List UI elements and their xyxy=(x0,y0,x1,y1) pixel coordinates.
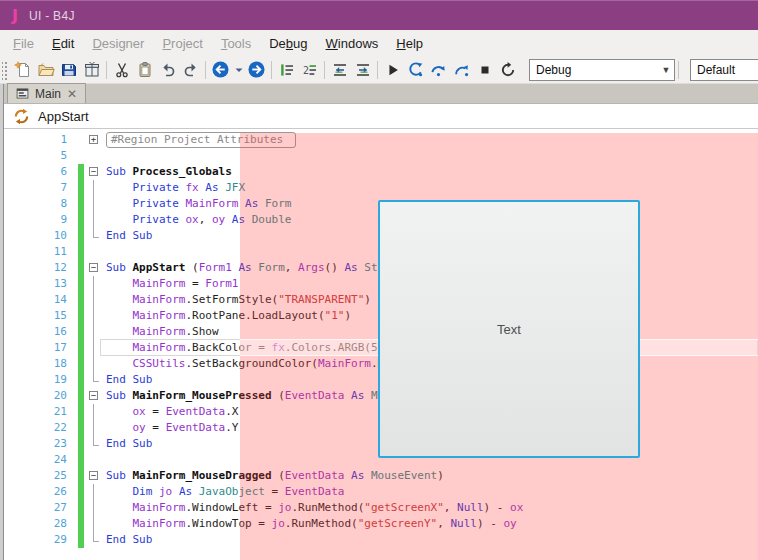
save-button[interactable] xyxy=(57,59,80,81)
menu-edit[interactable]: Edit xyxy=(43,32,83,55)
line-number[interactable]: 14 xyxy=(0,292,72,308)
code-text[interactable]: Private MainForm As Form xyxy=(106,196,291,212)
line-number[interactable]: 5 xyxy=(0,148,72,164)
menu-project[interactable]: Project xyxy=(153,32,211,55)
outdent-button[interactable] xyxy=(328,59,351,81)
line-number[interactable]: 19 xyxy=(0,372,72,388)
fold-minus-icon[interactable]: − xyxy=(86,260,103,276)
restart-button[interactable] xyxy=(496,59,519,81)
line-number[interactable]: 17 xyxy=(0,340,72,356)
redo-button[interactable] xyxy=(179,59,202,81)
line-number[interactable]: 20 xyxy=(0,388,72,404)
fold-minus-icon[interactable]: − xyxy=(86,468,103,484)
left-panel-splitter[interactable] xyxy=(0,84,4,560)
code-text[interactable]: oy = EventData.Y xyxy=(106,420,238,436)
line-number[interactable]: 16 xyxy=(0,324,72,340)
code-text[interactable]: End Sub xyxy=(106,532,152,548)
menu-file[interactable]: File xyxy=(4,32,43,55)
code-text[interactable]: MainForm.RootPane.LoadLayout("1") xyxy=(106,308,351,324)
line-number[interactable]: 15 xyxy=(0,308,72,324)
fold-minus-icon[interactable]: − xyxy=(86,388,103,404)
code-text[interactable]: End Sub xyxy=(106,436,152,452)
line-number[interactable]: 21 xyxy=(0,404,72,420)
code-editor[interactable]: 1+#Region Project Attributes56−Sub Proce… xyxy=(0,130,758,560)
paste-button[interactable] xyxy=(133,59,156,81)
open-project-button[interactable] xyxy=(34,59,57,81)
code-text[interactable]: MainForm.WindowLeft = jo.RunMethod("getS… xyxy=(106,500,523,516)
code-line-29[interactable]: 29End Sub xyxy=(0,532,758,548)
toolbar-grip[interactable] xyxy=(2,60,9,80)
line-number[interactable]: 10 xyxy=(0,228,72,244)
member-nav-bar[interactable]: AppStart xyxy=(0,104,758,129)
code-text[interactable]: Sub Process_Globals xyxy=(106,164,232,180)
build-configuration-select[interactable]: Debug ▼ xyxy=(529,59,675,81)
code-text[interactable]: Dim jo As JavaObject = EventData xyxy=(106,484,344,500)
fold-minus-icon[interactable]: − xyxy=(86,164,103,180)
code-text[interactable]: End Sub xyxy=(106,228,152,244)
line-number[interactable]: 22 xyxy=(0,420,72,436)
step-out-button[interactable] xyxy=(450,59,473,81)
line-number[interactable]: 24 xyxy=(0,452,72,468)
menu-debug[interactable]: Debug xyxy=(260,32,316,55)
running-app-form[interactable]: Text xyxy=(378,200,640,458)
line-number[interactable]: 9 xyxy=(0,212,72,228)
fold-plus-icon[interactable]: + xyxy=(86,132,103,148)
code-line-26[interactable]: 26 Dim jo As JavaObject = EventData xyxy=(0,484,758,500)
indent-button[interactable] xyxy=(351,59,374,81)
line-number[interactable]: 29 xyxy=(0,532,72,548)
tab-main[interactable]: Main ✕ xyxy=(7,83,86,103)
comment-button[interactable] xyxy=(275,59,298,81)
code-line-7[interactable]: 7 Private fx As JFX xyxy=(0,180,758,196)
code-text[interactable]: MainForm.WindowTop = jo.RunMethod("getSc… xyxy=(106,516,517,532)
code-text[interactable]: End Sub xyxy=(106,372,152,388)
line-number[interactable]: 7 xyxy=(0,180,72,196)
line-number[interactable]: 18 xyxy=(0,356,72,372)
code-text[interactable]: Sub MainForm_MouseDragged (EventData As … xyxy=(106,468,444,484)
line-number[interactable]: 13 xyxy=(0,276,72,292)
line-number[interactable]: 6 xyxy=(0,164,72,180)
menu-help[interactable]: Help xyxy=(387,32,432,55)
fold-mid-icon xyxy=(86,516,103,532)
layout-variant-select[interactable]: Default xyxy=(690,59,758,81)
code-line-5[interactable]: 5 xyxy=(0,148,758,164)
undo-button[interactable] xyxy=(156,59,179,81)
collapsed-region-box[interactable]: #Region Project Attributes xyxy=(106,132,296,148)
code-line-6[interactable]: 6−Sub Process_Globals xyxy=(0,164,758,180)
line-number[interactable]: 8 xyxy=(0,196,72,212)
line-number[interactable]: 27 xyxy=(0,500,72,516)
line-number[interactable]: 11 xyxy=(0,244,72,260)
code-text[interactable]: Private ox, oy As Double xyxy=(106,212,291,228)
line-number[interactable]: 23 xyxy=(0,436,72,452)
code-line-1[interactable]: 1+#Region Project Attributes xyxy=(0,132,758,148)
line-number[interactable]: 26 xyxy=(0,484,72,500)
code-text[interactable]: #Region Project Attributes xyxy=(106,132,296,148)
code-line-28[interactable]: 28 MainForm.WindowTop = jo.RunMethod("ge… xyxy=(0,516,758,532)
back-history-dropdown[interactable] xyxy=(232,59,245,81)
new-file-button[interactable] xyxy=(11,59,34,81)
code-text[interactable]: ox = EventData.X xyxy=(106,404,238,420)
code-text[interactable]: MainForm.Show xyxy=(106,324,219,340)
step-over-button[interactable] xyxy=(427,59,450,81)
code-line-27[interactable]: 27 MainForm.WindowLeft = jo.RunMethod("g… xyxy=(0,500,758,516)
navigate-back-button[interactable] xyxy=(209,59,232,81)
menu-tools[interactable]: Tools xyxy=(212,32,260,55)
cut-button[interactable] xyxy=(110,59,133,81)
line-number[interactable]: 25 xyxy=(0,468,72,484)
stop-button[interactable] xyxy=(473,59,496,81)
line-number[interactable]: 12 xyxy=(0,260,72,276)
run-button[interactable] xyxy=(381,59,404,81)
line-number[interactable]: 28 xyxy=(0,516,72,532)
code-text[interactable]: MainForm.SetFormStyle("TRANSPARENT") xyxy=(106,292,371,308)
navigate-forward-button[interactable] xyxy=(245,59,268,81)
uncomment-button[interactable]: 2 xyxy=(298,59,321,81)
code-text[interactable]: MainForm = Form1 xyxy=(106,276,238,292)
code-line-25[interactable]: 25−Sub MainForm_MouseDragged (EventData … xyxy=(0,468,758,484)
step-into-button[interactable] xyxy=(404,59,427,81)
menu-designer[interactable]: Designer xyxy=(83,32,153,55)
line-number[interactable]: 1 xyxy=(0,132,72,148)
tab-close-icon[interactable]: ✕ xyxy=(66,89,78,99)
code-text[interactable]: Private fx As JFX xyxy=(106,180,245,196)
code-text[interactable]: Sub AppStart (Form1 As Form, Args() As S… xyxy=(106,260,411,276)
export-package-button[interactable] xyxy=(80,59,103,81)
menu-windows[interactable]: Windows xyxy=(317,32,388,55)
